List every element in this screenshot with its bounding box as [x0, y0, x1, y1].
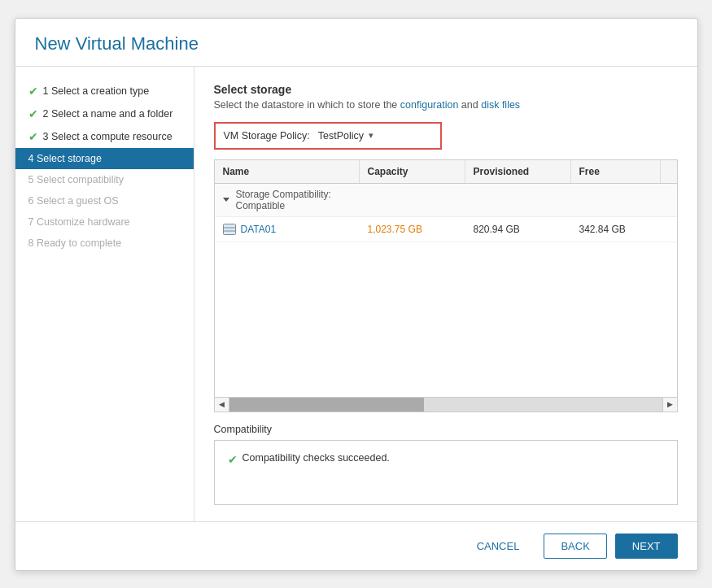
section-title: Select storage — [214, 83, 678, 96]
compatibility-label: Compatibility — [214, 424, 678, 435]
col-name: Name — [215, 160, 360, 183]
group-label: Storage Compatibility: Compatible — [215, 184, 360, 216]
cancel-button[interactable]: CANCEL — [461, 534, 536, 558]
col-scroll — [661, 160, 677, 183]
sidebar-item-ready-complete: 8 Ready to complete — [15, 233, 194, 254]
col-free: Free — [571, 160, 661, 183]
section-description: Select the datastore in which to store t… — [214, 99, 678, 111]
vm-storage-policy-row: VM Storage Policy: TestPolicy ▾ — [214, 122, 442, 150]
datastore-icon — [223, 223, 236, 236]
cell-capacity: 1,023.75 GB — [360, 217, 465, 242]
scroll-left-arrow[interactable]: ◀ — [215, 397, 229, 412]
compat-message: Compatibility checks succeeded. — [242, 452, 390, 464]
main-panel: Select storage Select the datastore in w… — [194, 67, 697, 521]
cell-name: DATA01 — [215, 217, 360, 242]
policy-label: VM Storage Policy: — [224, 130, 310, 142]
col-provisioned: Provisioned — [465, 160, 571, 183]
vm-storage-policy-dropdown[interactable]: TestPolicy ▾ — [318, 130, 432, 142]
configuration-link[interactable]: configuration — [400, 99, 459, 111]
horizontal-scrollbar[interactable]: ◀ ▶ — [215, 397, 677, 412]
sidebar-item-select-creation-type[interactable]: ✔ 1 Select a creation type — [15, 80, 194, 102]
new-vm-dialog: New Virtual Machine ✔ 1 Select a creatio… — [15, 18, 698, 571]
policy-value: TestPolicy — [318, 130, 364, 142]
back-button[interactable]: BACK — [544, 534, 606, 559]
dialog-title-bar: New Virtual Machine — [15, 19, 697, 67]
table-row[interactable]: DATA01 1,023.75 GB 820.94 GB 342.84 GB — [215, 217, 677, 242]
sidebar-item-select-compatibility: 5 Select compatibility — [15, 169, 194, 190]
sidebar-item-select-guest-os: 6 Select a guest OS — [15, 190, 194, 211]
chevron-down-icon: ▾ — [369, 130, 373, 141]
sidebar-item-select-name-folder[interactable]: ✔ 2 Select a name and a folder — [15, 102, 194, 125]
dialog-title: New Virtual Machine — [35, 33, 678, 54]
compatibility-box: ✔ Compatibility checks succeeded. — [214, 440, 678, 505]
cell-free: 342.84 GB — [571, 217, 661, 242]
scroll-thumb[interactable] — [229, 398, 424, 412]
check-icon: ✔ — [28, 85, 38, 98]
wizard-sidebar: ✔ 1 Select a creation type ✔ 2 Select a … — [15, 67, 194, 521]
next-button[interactable]: NEXT — [615, 534, 678, 559]
check-icon: ✔ — [28, 107, 38, 120]
col-capacity: Capacity — [360, 160, 465, 183]
sidebar-item-select-compute[interactable]: ✔ 3 Select a compute resource — [15, 125, 194, 148]
scroll-right-arrow[interactable]: ▶ — [662, 397, 677, 412]
scroll-track[interactable] — [229, 398, 662, 412]
sidebar-item-customize-hardware: 7 Customize hardware — [15, 211, 194, 233]
dialog-body: ✔ 1 Select a creation type ✔ 2 Select a … — [15, 67, 697, 521]
table-group-row[interactable]: Storage Compatibility: Compatible — [215, 184, 677, 217]
storage-table: Name Capacity Provisioned Free Storage C… — [214, 159, 678, 412]
disk-files-link[interactable]: disk files — [481, 99, 520, 111]
cell-provisioned: 820.94 GB — [465, 217, 571, 242]
sidebar-item-select-storage[interactable]: 4 Select storage — [15, 148, 194, 169]
table-header: Name Capacity Provisioned Free — [215, 160, 677, 184]
svg-rect-0 — [223, 224, 235, 234]
compat-check-icon: ✔ — [228, 453, 238, 466]
expand-icon — [223, 198, 229, 202]
table-body: Storage Compatibility: Compatible — [215, 184, 677, 397]
check-icon: ✔ — [28, 130, 38, 143]
dialog-footer: CANCEL BACK NEXT — [15, 521, 697, 570]
